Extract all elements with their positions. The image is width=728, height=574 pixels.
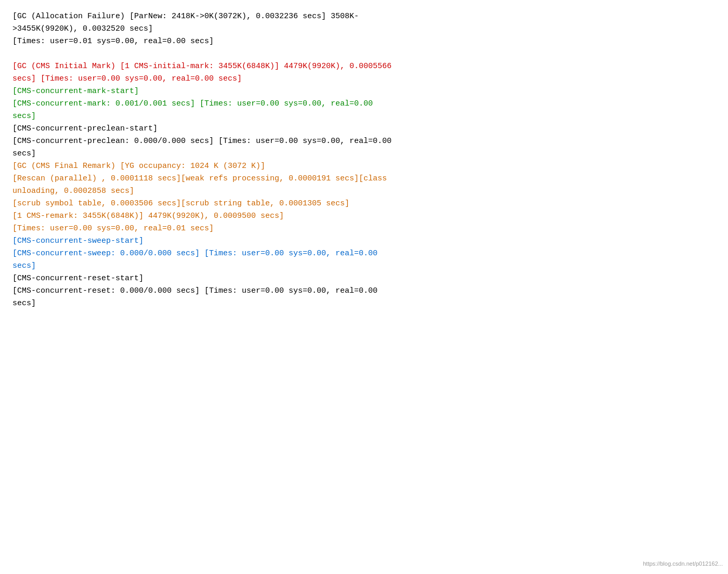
log-line: [GC (CMS Final Remark) [YG occupancy: 10…: [12, 160, 716, 173]
log-line: [CMS-concurrent-mark-start]: [12, 85, 716, 98]
log-line: [CMS-concurrent-reset: 0.000/0.000 secs]…: [12, 285, 716, 297]
log-line: [CMS-concurrent-preclean-start]: [12, 123, 716, 135]
log-line: unloading, 0.0002858 secs]: [12, 185, 716, 198]
log-line: [scrub symbol table, 0.0003506 secs][scr…: [12, 198, 716, 210]
log-line: secs]: [12, 260, 716, 272]
log-line: secs]: [12, 148, 716, 160]
log-line: secs]: [12, 110, 716, 123]
watermark: https://blog.csdn.net/p012162...: [643, 559, 723, 569]
log-line: secs] [Times: user=0.00 sys=0.00, real=0…: [12, 73, 716, 85]
log-line: [Times: user=0.01 sys=0.00, real=0.00 se…: [12, 35, 716, 48]
log-line: [CMS-concurrent-sweep-start]: [12, 235, 716, 247]
log-line: [Times: user=0.00 sys=0.00, real=0.01 se…: [12, 223, 716, 235]
log-line: [1 CMS-remark: 3455K(6848K)] 4479K(9920K…: [12, 210, 716, 223]
log-line: [CMS-concurrent-reset-start]: [12, 272, 716, 285]
log-line: [GC (CMS Initial Mark) [1 CMS-initial-ma…: [12, 60, 716, 73]
log-line: [GC (Allocation Failure) [ParNew: 2418K-…: [12, 10, 716, 23]
log-line: [CMS-concurrent-preclean: 0.000/0.000 se…: [12, 135, 716, 148]
log-line: [CMS-concurrent-mark: 0.001/0.001 secs] …: [12, 98, 716, 110]
log-line: [Rescan (parallel) , 0.0001118 secs][wea…: [12, 173, 716, 185]
log-line: [CMS-concurrent-sweep: 0.000/0.000 secs]…: [12, 247, 716, 260]
log-line: >3455K(9920K), 0.0032520 secs]: [12, 23, 716, 35]
log-blank-line: [12, 48, 716, 60]
log-line: secs]: [12, 297, 716, 310]
log-container: [GC (Allocation Failure) [ParNew: 2418K-…: [12, 10, 716, 310]
